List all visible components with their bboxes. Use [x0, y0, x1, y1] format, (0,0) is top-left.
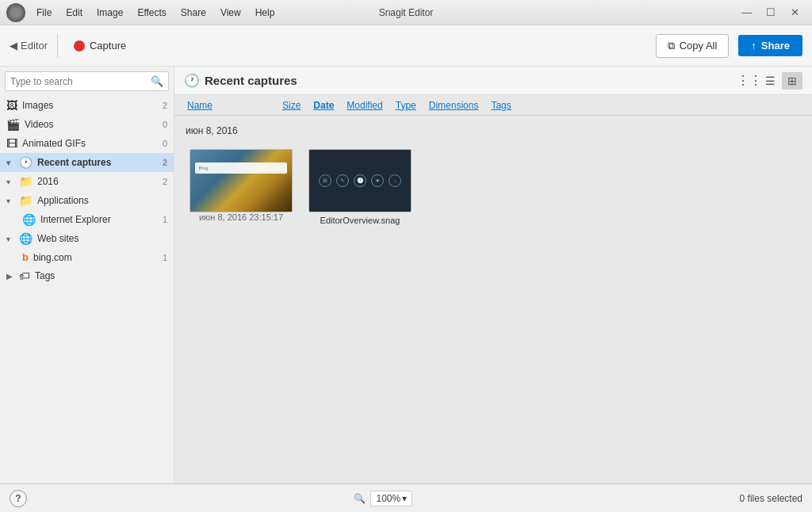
toolbar-divider [57, 34, 58, 58]
recent-icon: 🕐 [184, 73, 200, 88]
bing-text: Bing [198, 166, 208, 170]
menu-view[interactable]: View [214, 6, 247, 20]
folder-applications-icon: 📁 [19, 194, 33, 207]
menu-help[interactable]: Help [249, 6, 282, 20]
app-logo [6, 3, 25, 22]
back-button[interactable]: ◀ Editor [10, 40, 48, 52]
col-size[interactable]: Size [276, 100, 307, 111]
sidebar-item-web-sites-label: Web sites [37, 233, 79, 244]
ie-count: 1 [163, 215, 167, 224]
editor-icon-4: ★ [371, 174, 384, 187]
file-thumb-1: Bing [190, 149, 293, 212]
main-area: 🔍 🖼 Images 2 🎬 Videos 0 🎞 Animated GIFs … [0, 67, 812, 483]
maximize-button[interactable]: ☐ [760, 5, 782, 21]
expand-web-sites-icon: ▾ [6, 235, 14, 243]
back-label: Editor [21, 40, 48, 52]
sidebar-item-animated-gifs-label: Animated GIFs [22, 138, 86, 149]
recent-captures-count: 2 [163, 158, 167, 167]
sidebar-item-tags[interactable]: ▶ 🏷 Tags [0, 266, 174, 285]
file-grid: Bing июн 8, 2016 23:15:17 ⊞ ✎ 🕐 [181, 139, 806, 235]
help-button[interactable]: ? [10, 490, 27, 507]
list-view-button[interactable]: ☰ [760, 72, 780, 90]
menu-edit[interactable]: Edit [59, 6, 89, 20]
editor-icons-row: ⊞ ✎ 🕐 ★ ↑ [319, 174, 401, 187]
files-selected-label: 0 files selected [740, 493, 802, 504]
grid-view-button[interactable]: ⊞ [782, 72, 802, 90]
menu-image[interactable]: Image [90, 6, 129, 20]
sidebar-item-2016[interactable]: ▾ 📁 2016 2 [0, 172, 174, 191]
editor-icon-1: ⊞ [319, 174, 331, 187]
capture-button[interactable]: Capture [67, 36, 132, 55]
col-name[interactable]: Name [181, 100, 276, 111]
bing-count: 1 [163, 253, 167, 262]
sidebar-item-animated-gifs[interactable]: 🎞 Animated GIFs 0 [0, 134, 174, 153]
sidebar-item-recent-captures[interactable]: ▾ 🕐 Recent captures 2 [0, 153, 174, 172]
menu-effects[interactable]: Effects [131, 6, 172, 20]
file-item-2[interactable]: ⊞ ✎ 🕐 ★ ↑ EditorOverview.snag [304, 144, 416, 230]
view-buttons: ⋮⋮ ☰ ⊞ [741, 72, 802, 90]
sidebar-list: 🖼 Images 2 🎬 Videos 0 🎞 Animated GIFs 0 … [0, 96, 174, 483]
bing-icon: b [22, 251, 29, 263]
copy-all-button[interactable]: ⧉ Copy All [656, 34, 730, 58]
menu-bar: File Edit Image Effects Share View Help [30, 6, 281, 20]
file-1-date: июн 8, 2016 23:15:17 [199, 212, 283, 222]
file-item-1[interactable]: Bing июн 8, 2016 23:15:17 [186, 144, 297, 230]
search-box[interactable]: 🔍 [5, 71, 169, 91]
sidebar-item-internet-explorer[interactable]: 🌐 Internet Explorer 1 [0, 210, 174, 229]
sidebar-item-bing-label: bing.com [33, 252, 72, 263]
videos-count: 0 [163, 120, 167, 129]
animated-gifs-icon: 🎞 [6, 137, 17, 150]
menu-share[interactable]: Share [174, 6, 213, 20]
bing-search-bar: Bing [195, 162, 286, 174]
content-area: 🕐 Recent captures ⋮⋮ ☰ ⊞ Name Size Date … [174, 67, 812, 483]
web-sites-icon: 🌐 [19, 232, 33, 245]
capture-dot-icon [74, 40, 85, 52]
minimize-button[interactable]: — [736, 5, 758, 21]
content-header: 🕐 Recent captures ⋮⋮ ☰ ⊞ [174, 67, 812, 95]
col-dimensions[interactable]: Dimensions [423, 100, 485, 111]
titlebar: File Edit Image Effects Share View Help … [0, 0, 812, 25]
editor-icon-5: ↑ [389, 174, 401, 187]
window-controls: — ☐ ✕ [736, 5, 806, 21]
sidebar-item-web-sites[interactable]: ▾ 🌐 Web sites [0, 229, 174, 248]
column-headers: Name Size Date Modified Type Dimensions … [174, 95, 812, 116]
sidebar-item-recent-captures-label: Recent captures [37, 157, 111, 168]
col-type[interactable]: Type [389, 100, 423, 111]
toolbar: ◀ Editor Capture ⧉ Copy All ↑ Share [0, 25, 812, 67]
recent-captures-icon: 🕐 [19, 156, 33, 169]
zoom-dropdown[interactable]: 100% ▾ [370, 491, 412, 506]
editor-icon-2: ✎ [336, 174, 349, 187]
sidebar-item-videos[interactable]: 🎬 Videos 0 [0, 115, 174, 134]
sidebar-item-bing[interactable]: b bing.com 1 [0, 248, 174, 266]
editor-icon-3: 🕐 [354, 174, 366, 187]
videos-icon: 🎬 [6, 118, 20, 131]
search-input[interactable] [10, 76, 151, 87]
sidebar-item-2016-label: 2016 [37, 176, 59, 187]
internet-explorer-icon: 🌐 [22, 213, 36, 226]
titlebar-left: File Edit Image Effects Share View Help [6, 3, 281, 22]
col-tags[interactable]: Tags [485, 100, 517, 111]
editor-overview-thumb: ⊞ ✎ 🕐 ★ ↑ [309, 150, 411, 212]
zoom-value: 100% [376, 493, 400, 504]
app-title: Snagit Editor [379, 7, 434, 18]
statusbar-center: 🔍 100% ▾ [27, 491, 740, 506]
col-modified[interactable]: Modified [340, 100, 389, 111]
date-group-label: июн 8, 2016 [181, 122, 806, 139]
close-button[interactable]: ✕ [783, 5, 806, 21]
sidebar-item-images[interactable]: 🖼 Images 2 [0, 96, 174, 115]
file-thumb-2: ⊞ ✎ 🕐 ★ ↑ [308, 149, 412, 212]
view-menu-button[interactable]: ⋮⋮ [741, 72, 758, 90]
copy-icon: ⧉ [668, 40, 675, 52]
sidebar-item-videos-label: Videos [25, 119, 53, 130]
tags-icon: 🏷 [19, 269, 30, 282]
sidebar-item-applications[interactable]: ▾ 📁 Applications [0, 191, 174, 210]
folder-2016-icon: 📁 [19, 175, 33, 188]
share-button[interactable]: ↑ Share [738, 35, 802, 56]
menu-file[interactable]: File [30, 6, 58, 20]
2016-count: 2 [163, 177, 167, 186]
content-title: Recent captures [205, 74, 297, 87]
images-icon: 🖼 [6, 99, 17, 112]
sidebar-item-tags-label: Tags [35, 270, 55, 281]
capture-label: Capture [90, 40, 126, 52]
col-date[interactable]: Date [307, 100, 340, 111]
